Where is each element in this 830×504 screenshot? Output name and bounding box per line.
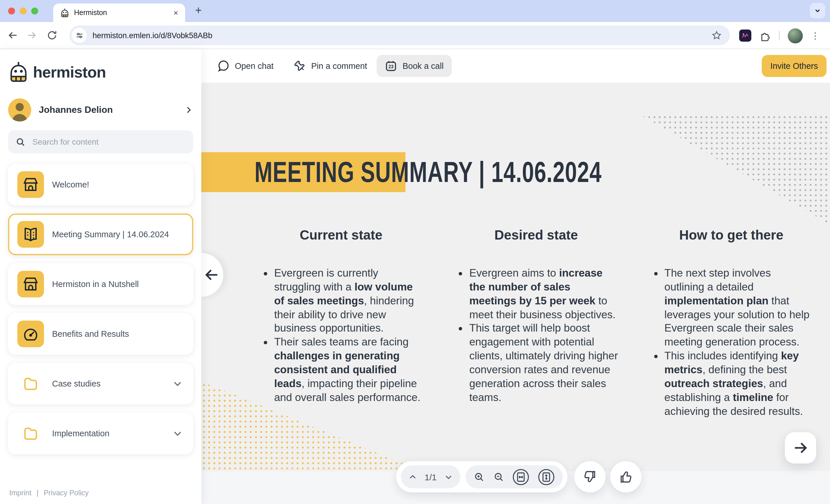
- minimize-window-button[interactable]: [20, 7, 27, 14]
- folder-icon: [18, 420, 44, 447]
- bookmark-star-icon[interactable]: [711, 30, 722, 40]
- thumbs-down-button[interactable]: [574, 461, 606, 493]
- next-slide-button[interactable]: [785, 432, 816, 464]
- sidebar-item-label: Benefits and Results: [52, 329, 184, 339]
- book-call-button[interactable]: 23 Book a call: [377, 55, 452, 77]
- sidebar-content-list: Welcome!Meeting Summary | 14.06.2024Herm…: [8, 164, 193, 462]
- user-avatar: [8, 98, 31, 122]
- user-profile-row[interactable]: Johannes Delion: [8, 97, 193, 123]
- halftone-decoration-gray: [626, 115, 830, 224]
- arrow-right-icon: [793, 440, 808, 455]
- zoom-out-icon[interactable]: [493, 471, 504, 482]
- tab-close-icon[interactable]: ×: [173, 8, 178, 18]
- chevron-right-icon[interactable]: [184, 105, 193, 115]
- browser-tab-strip: Hermiston × +: [0, 0, 830, 22]
- storefront-icon: [18, 271, 44, 297]
- open-chat-button[interactable]: Open chat: [217, 49, 274, 83]
- slide-column-desired-state: Desired stateEvergreen aims to increase …: [454, 227, 618, 418]
- tab-search-button[interactable]: [810, 3, 825, 19]
- chevron-down-icon[interactable]: [172, 428, 183, 439]
- sidebar-item-implementation[interactable]: Implementation: [8, 413, 193, 454]
- page-down-icon[interactable]: [444, 472, 453, 481]
- fit-width-icon[interactable]: [512, 468, 529, 485]
- pin-comment-button[interactable]: Pin a comment: [294, 49, 367, 83]
- brand-name: hermiston: [33, 63, 106, 81]
- tab-favicon-robot-icon: [60, 8, 69, 18]
- sidebar-item-benefits-and-results[interactable]: Benefits and Results: [8, 313, 193, 355]
- bullet-point: The next step involves outlining a detai…: [664, 266, 813, 349]
- sidebar-item-label: Welcome!: [52, 180, 184, 189]
- imprint-link[interactable]: Imprint: [9, 489, 31, 497]
- browser-profile-avatar[interactable]: [788, 28, 803, 43]
- back-icon[interactable]: [7, 30, 19, 41]
- viewer-controls: 1/1: [396, 461, 567, 493]
- content-search[interactable]: [8, 130, 193, 153]
- search-input[interactable]: [31, 136, 186, 147]
- arrow-left-icon: [204, 267, 219, 282]
- zoom-in-icon[interactable]: [474, 471, 485, 482]
- previous-slide-button[interactable]: [201, 253, 223, 297]
- sidebar-item-case-studies[interactable]: Case studies: [8, 363, 193, 405]
- bullet-point: Evergreen aims to increase the number of…: [469, 266, 618, 321]
- sidebar-item-label: Implementation: [52, 429, 164, 438]
- column-bullet-list: Evergreen is currently struggling with a…: [259, 266, 423, 404]
- storefront-icon: [18, 171, 44, 198]
- new-tab-button[interactable]: +: [191, 3, 206, 18]
- sidebar-item-welcome[interactable]: Welcome!: [8, 164, 193, 206]
- chat-bubble-icon: [217, 60, 230, 72]
- browser-toolbar: hermiston.emlen.io/d/8Vobk58ABb ⋮: [0, 22, 830, 49]
- slide-column-current-state: Current stateEvergreen is currently stru…: [259, 227, 423, 418]
- bullet-point: Evergreen is currently struggling with a…: [274, 266, 423, 335]
- column-title: Current state: [259, 227, 423, 243]
- invite-others-button[interactable]: Invite Others: [762, 55, 827, 77]
- slide-column-how-to-get-there: How to get thereThe next step involves o…: [649, 227, 813, 418]
- bullet-point: This includes identifying key metrics, d…: [664, 349, 813, 418]
- pin-comment-label: Pin a comment: [311, 61, 367, 71]
- browser-menu-icon[interactable]: ⋮: [811, 30, 820, 41]
- url-text[interactable]: hermiston.emlen.io/d/8Vobk58ABb: [93, 31, 711, 40]
- document-header: Open chat Pin a comment 23 Book a call I…: [201, 49, 830, 83]
- footer-separator: |: [36, 489, 38, 497]
- chevron-down-icon[interactable]: [172, 378, 183, 389]
- thumbs-down-icon: [583, 470, 597, 484]
- column-bullet-list: Evergreen aims to increase the number of…: [454, 266, 618, 404]
- chevron-down-icon: [814, 7, 821, 14]
- browser-action-icons: ⋮: [739, 22, 820, 49]
- slide-title: MEETING SUMMARY | 14.06.2024: [255, 152, 628, 192]
- calendar-icon: 23: [385, 60, 397, 72]
- pin-icon: [294, 60, 306, 72]
- user-name: Johannes Delion: [39, 105, 177, 115]
- bullet-point: Their sales teams are facing challenges …: [274, 335, 423, 405]
- sidebar-footer: Imprint | Privacy Policy: [9, 489, 89, 497]
- forward-icon[interactable]: [26, 30, 38, 41]
- open-chat-label: Open chat: [235, 61, 274, 71]
- fit-height-icon[interactable]: [538, 468, 554, 485]
- sidebar-item-meeting-summary-14-06-2024[interactable]: Meeting Summary | 14.06.2024: [8, 214, 193, 255]
- page-navigation: 1/1: [401, 465, 460, 489]
- thumbs-up-button[interactable]: [610, 461, 641, 493]
- page-indicator: 1/1: [424, 472, 437, 482]
- browser-tab[interactable]: Hermiston ×: [53, 3, 185, 22]
- close-window-button[interactable]: [8, 7, 15, 14]
- slide-columns: Current stateEvergreen is currently stru…: [259, 227, 813, 418]
- document-viewer: MEETING SUMMARY | 14.06.2024 Current sta…: [201, 83, 830, 471]
- search-icon: [15, 137, 26, 147]
- column-bullet-list: The next step involves outlining a detai…: [649, 266, 813, 418]
- book-call-label: Book a call: [403, 61, 444, 71]
- extensions-puzzle-icon[interactable]: [760, 30, 771, 41]
- site-settings-icon[interactable]: [72, 28, 87, 43]
- robot-logo-icon: [8, 61, 29, 84]
- maximize-window-button[interactable]: [31, 7, 38, 14]
- page-up-icon[interactable]: [408, 472, 417, 481]
- thumbs-up-icon: [619, 470, 633, 484]
- tab-title: Hermiston: [74, 9, 169, 17]
- privacy-policy-link[interactable]: Privacy Policy: [44, 489, 89, 497]
- address-bar[interactable]: hermiston.emlen.io/d/8Vobk58ABb: [69, 26, 730, 45]
- reload-icon[interactable]: [46, 30, 58, 41]
- sidebar-item-hermiston-in-a-nutshell[interactable]: Hermiston in a Nutshell: [8, 263, 193, 305]
- sidebar-item-label: Hermiston in a Nutshell: [52, 280, 184, 289]
- analytics-extension-icon[interactable]: [739, 30, 751, 42]
- sidebar-item-label: Case studies: [52, 379, 164, 388]
- column-title: How to get there: [649, 227, 813, 243]
- brand-logo[interactable]: hermiston: [8, 61, 106, 84]
